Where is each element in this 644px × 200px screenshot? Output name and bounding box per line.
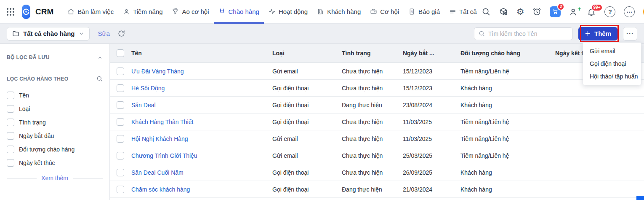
table-row[interactable]: Khách Hàng Thân Thiết Gọi điện thoại Chư… (110, 114, 644, 130)
filter-checkbox-item[interactable]: Ngày bắt đầu (7, 126, 103, 140)
filter-checkbox-item[interactable]: Ngày kết thúc (7, 153, 103, 167)
table-row[interactable]: Hội Nghị Khách Hàng Gửi email Chưa thực … (110, 130, 644, 147)
row-checkbox[interactable] (117, 152, 124, 159)
search-icon[interactable] (96, 76, 103, 82)
refresh-icon[interactable] (117, 30, 125, 38)
row-checkbox[interactable] (117, 118, 124, 126)
wallet-icon (370, 8, 377, 15)
row-checkbox[interactable] (117, 84, 124, 92)
divider (73, 178, 103, 178)
row-status: Chưa thực hiện (342, 119, 403, 125)
tab-ao-co-hoi[interactable]: Ao cơ hội (167, 0, 213, 24)
tab-tat-ca[interactable]: Tất cả (444, 0, 482, 24)
row-name-link[interactable]: Săn Deal (131, 102, 156, 108)
table-row[interactable]: Hè Sôi Động Gọi điện thoại Chưa thực hiệ… (110, 80, 644, 97)
row-type: Gọi điện thoại (272, 85, 342, 92)
tab-khach-hang[interactable]: Khách hàng (312, 0, 365, 24)
row-name-link[interactable]: Chăm sóc khách hàng (131, 186, 190, 193)
view-selector-button[interactable]: Tất cả chào hàng (7, 27, 90, 41)
row-name-link[interactable]: Săn Deal Cuối Năm (131, 169, 184, 176)
person-icon (123, 8, 130, 15)
row-checkbox[interactable] (117, 186, 124, 193)
cart-icon[interactable]: 2 (550, 6, 561, 17)
search-icon[interactable] (482, 7, 490, 16)
table-row[interactable]: Săn Deal Cuối Năm Gọi điện thoại Chưa th… (110, 164, 644, 181)
tab-label: Ao cơ hội (182, 8, 209, 15)
checkbox[interactable] (7, 159, 14, 167)
cart-badge: 2 (557, 3, 565, 11)
checkbox[interactable] (7, 146, 14, 153)
main-nav-tabs: Bàn làm việc Tiềm năng Ao cơ hội Chào hà… (63, 0, 481, 24)
alarm-clock-icon[interactable] (532, 7, 541, 16)
chevron-up-icon[interactable] (97, 55, 103, 60)
column-header-status[interactable]: Tình trạng (342, 50, 403, 57)
select-all-checkbox[interactable] (117, 49, 124, 57)
row-status: Chưa thực hiện (342, 68, 403, 75)
more-options-icon[interactable]: ⋯ (624, 6, 635, 17)
filter-checkbox-item[interactable]: Đối tượng chào hàng (7, 140, 103, 153)
row-name-link[interactable]: Hè Sôi Động (131, 85, 165, 92)
row-name-link[interactable]: Ưu Đãi Vàng Tháng (131, 68, 184, 75)
help-icon[interactable]: ? (604, 6, 615, 17)
search-input[interactable] (488, 30, 568, 37)
row-checkbox[interactable] (117, 135, 124, 143)
table-search-box (474, 27, 573, 40)
topnav-right-icons: ⚙ 2 + 99+ ? ⋯ NK (482, 5, 644, 19)
chevron-down-icon (79, 31, 84, 36)
table-row[interactable]: Chăm sóc khách hàng Gọi điện thoại Đang … (110, 181, 644, 198)
table-row[interactable]: Ưu Đãi Vàng Tháng Gửi email Chưa thực hi… (110, 63, 644, 80)
column-header-target[interactable]: Đối tượng chào hàng (460, 50, 555, 57)
notifications-bell-icon[interactable]: 99+ (587, 7, 596, 16)
row-name-link[interactable]: Khách Hàng Thân Thiết (131, 119, 193, 125)
tab-ban-lam-viec[interactable]: Bàn làm việc (63, 0, 118, 24)
package-search-icon[interactable] (499, 7, 508, 16)
app-grid-icon[interactable] (7, 8, 14, 16)
magnet-icon (218, 8, 226, 15)
show-more-link[interactable]: Xem thêm (41, 175, 68, 181)
tab-co-hoi[interactable]: Cơ hội (365, 0, 404, 24)
tab-label: Báo giá (418, 8, 440, 15)
row-name-link[interactable]: Chương Trình Giới Thiệu (131, 152, 197, 159)
filter-checkbox-item[interactable]: Loại (7, 99, 103, 113)
row-checkbox[interactable] (117, 169, 124, 176)
gear-icon[interactable]: ⚙ (516, 7, 524, 16)
filter-checkbox-list: Tên Loại Tình trạng Ngày bắt đầu Đối tượ… (7, 86, 103, 167)
add-user-icon[interactable]: + (569, 7, 578, 16)
table-row[interactable]: Săn Deal Gọi điện thoại Đang thực hiện 2… (110, 97, 644, 114)
scroll-indicator (636, 196, 644, 200)
column-header-start-date[interactable]: Ngày bắt ... (403, 50, 460, 57)
crm-app-logo-icon[interactable] (22, 5, 30, 19)
row-name-link[interactable]: Hội Nghị Khách Hàng (131, 135, 188, 142)
more-actions-button[interactable]: ··· (623, 27, 637, 41)
saved-filters-section: BỘ LỌC ĐÃ LƯU (7, 54, 103, 60)
row-checkbox[interactable] (117, 68, 124, 75)
row-start-date: 15/12/2023 (403, 85, 460, 92)
menu-item[interactable]: Hội thảo/ tập huấn (583, 70, 641, 83)
row-checkbox[interactable] (117, 101, 124, 109)
edit-view-link[interactable]: Sửa (98, 30, 110, 37)
checkbox[interactable] (7, 119, 14, 126)
tab-bao-gia[interactable]: § Báo giá (404, 0, 444, 24)
filter-label: Đối tượng chào hàng (19, 146, 75, 153)
filter-checkbox-item[interactable]: Tên (7, 86, 103, 99)
tab-tiem-nang[interactable]: Tiềm năng (118, 0, 167, 24)
column-header-type[interactable]: Loại (272, 50, 342, 57)
tab-chao-hang[interactable]: Chào hàng (214, 0, 264, 24)
folder-icon (12, 30, 19, 37)
filter-label: Ngày bắt đầu (19, 132, 54, 139)
menu-item[interactable]: Gọi điện thoại (583, 57, 641, 70)
add-button[interactable]: Thêm (578, 27, 617, 41)
checkbox[interactable] (7, 132, 14, 140)
row-start-date: 15/12/2023 (403, 68, 460, 75)
row-start-date: 21/03/2024 (403, 186, 460, 193)
row-type: Gửi email (272, 135, 342, 142)
column-header-name[interactable]: Tên (131, 50, 272, 57)
list-toolbar: Tất cả chào hàng Sửa Thêm ··· (0, 24, 644, 44)
checkbox[interactable] (7, 92, 14, 99)
checkbox[interactable] (7, 105, 14, 113)
filter-label: Tình trạng (19, 119, 46, 126)
tab-hoat-dong[interactable]: Hoạt động (264, 0, 312, 24)
table-row[interactable]: Chương Trình Giới Thiệu Gửi email Chưa t… (110, 147, 644, 164)
menu-item[interactable]: Gửi email (583, 45, 641, 57)
filter-checkbox-item[interactable]: Tình trạng (7, 113, 103, 126)
